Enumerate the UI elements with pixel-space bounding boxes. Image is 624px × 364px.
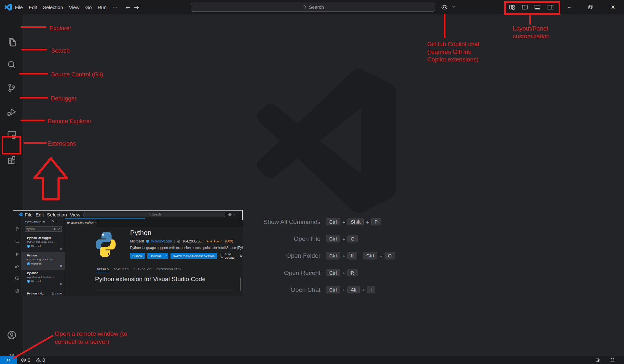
mini-edge-highlight: [242, 211, 243, 220]
search-view-icon[interactable]: [7, 60, 17, 70]
rating-count: (609): [225, 239, 233, 243]
minimize-button[interactable]: –: [562, 0, 577, 14]
mini-source-control-icon: [15, 252, 20, 256]
mini-heading-divider: [95, 291, 233, 291]
menu-more[interactable]: ⋯: [113, 4, 117, 10]
restore-button[interactable]: [583, 0, 598, 14]
annotation-line-layout: [529, 15, 531, 25]
key-shift: Shift: [347, 218, 364, 226]
notifications-bell-icon[interactable]: [610, 357, 615, 363]
switch-prerelease-button: Switch to Pre-Release Version: [170, 253, 217, 259]
mini-extension-item: Python DebuggerPython Debugger exte...✓M…: [21, 235, 65, 252]
mini-nav-tab-changelog: CHANGELOG: [133, 268, 152, 272]
command-center-search[interactable]: Search: [191, 3, 435, 12]
annotation-text-line: connect to a server): [55, 338, 127, 346]
annotation-text-line: Open a remote window (to: [55, 330, 127, 338]
key-o: O: [347, 235, 358, 243]
annotation-label-extensions: Extensions: [47, 140, 76, 147]
mini-scrollbar: [240, 278, 241, 291]
plus-sign: +: [342, 287, 345, 292]
menu-go[interactable]: Go: [85, 5, 92, 10]
rating-stars: ★★★★☆: [206, 239, 223, 243]
mini-extension-publisher: ✓Microsoft: [27, 245, 65, 248]
annotation-label-copilot: GitHub Copilot chat(requires GitHubCopil…: [427, 40, 479, 63]
forward-button[interactable]: →: [134, 0, 139, 14]
mini-search-icon: [148, 213, 151, 216]
menu-file[interactable]: File: [15, 5, 23, 10]
back-button[interactable]: ←: [126, 0, 130, 14]
activity-bar: 1: [0, 14, 23, 356]
problems-status[interactable]: 0 0: [21, 356, 45, 364]
run-debug-icon[interactable]: [7, 107, 17, 117]
embedded-extensions-screenshot: FileEditSelectionViewGoRun⋯ ← → Search E…: [13, 210, 243, 296]
mini-run-debug-icon: [15, 264, 20, 268]
plus-sign: +: [362, 287, 365, 292]
mini-extension-downloads: 13.6M: [51, 292, 62, 295]
verified-badge-icon: ✓: [27, 280, 30, 283]
verified-badge-icon: ✓: [27, 245, 30, 248]
warning-count: 0: [42, 357, 45, 363]
shortcut-keys: Ctrl+Alt+I: [326, 286, 375, 294]
publisher-name: Microsoft: [31, 262, 41, 265]
plus-sign: +: [342, 236, 345, 242]
publisher-name: Microsoft: [31, 245, 41, 248]
key-o: O: [385, 252, 395, 260]
mini-sidebar-title: EXTENSIONS: M...: [25, 221, 47, 224]
mini-menu-view: View: [70, 212, 80, 217]
annotation-line-debugger: [20, 97, 48, 98]
source-control-icon[interactable]: [7, 83, 17, 93]
mini-extension-item-partial: Python Ind...13.6M: [21, 287, 65, 296]
mini-more-icon: ⋯: [57, 220, 60, 223]
error-count: 0: [28, 357, 30, 363]
plus-sign: +: [342, 253, 345, 259]
mini-extension-name: Pylance: [27, 271, 65, 275]
close-button[interactable]: ✕: [605, 0, 620, 14]
mini-extensions-icon: [15, 288, 20, 293]
mini-extension-name: Python Ind...: [27, 292, 45, 295]
status-bar: 0 0: [0, 356, 624, 364]
menu-view[interactable]: View: [69, 5, 79, 10]
mini-nav-tab-details: DETAILS: [97, 268, 109, 272]
verified-badge-icon: ✓: [27, 262, 30, 265]
extensions-icon[interactable]: [7, 155, 17, 164]
explorer-icon[interactable]: [7, 37, 17, 47]
key-ctrl: Ctrl: [326, 286, 340, 294]
copilot-icon[interactable]: [441, 4, 448, 11]
mini-extensions-search-value: Python: [26, 228, 35, 231]
mini-refresh-icon: ↻: [51, 220, 54, 223]
key-ctrl: Ctrl: [326, 218, 340, 226]
vscode-window: FileEditSelectionViewGoRun⋯ ← → Search –…: [0, 0, 624, 364]
key-r: R: [347, 269, 358, 277]
annotation-text-line: (requires GitHub: [427, 48, 479, 56]
menu-run[interactable]: Run: [98, 5, 107, 10]
menu-edit[interactable]: Edit: [29, 5, 37, 10]
mini-extension-name: Python Debugger: [27, 236, 65, 240]
mini-publisher: Microsoft: [130, 239, 144, 243]
shortcut-keys: Ctrl+KCtrl+O: [326, 252, 395, 260]
annotation-label-remote-window: Open a remote window (toconnect to a ser…: [55, 330, 127, 346]
mini-nav-tab-features: FEATURES: [114, 268, 129, 272]
account-icon[interactable]: [7, 330, 17, 340]
menu-selection[interactable]: Selection: [43, 5, 63, 10]
plus-sign: +: [342, 219, 345, 225]
remote-icon: [6, 358, 11, 363]
mini-tab-extensions-icon: [67, 221, 70, 224]
mini-explorer-icon: [15, 227, 20, 231]
chevron-down-icon[interactable]: [452, 5, 456, 9]
mini-extension-title: Python: [130, 229, 151, 237]
annotation-text-line: GitHub Copilot chat: [427, 40, 479, 48]
annotation-text-line: Layout/Panel: [513, 25, 549, 32]
mini-extension-desc: Python language supp...: [27, 258, 65, 261]
mini-extension-detail: Python Microsoft ✓ microsoft.com | 164,2…: [65, 227, 243, 296]
mini-filter-icon: [57, 228, 60, 230]
shortcut-keys: Ctrl+R: [326, 269, 358, 277]
mini-install-count: 164,293,750: [183, 239, 201, 243]
statusbar-copilot-icon[interactable]: [595, 357, 601, 363]
annotation-line-remote: [20, 120, 45, 121]
annotation-label-scm: Source Control (Git): [51, 71, 103, 78]
annotation-line-extensions: [23, 142, 47, 144]
verified-badge-icon: ✓: [146, 240, 149, 243]
errors-icon: [21, 357, 26, 363]
downloads-icon: [51, 292, 54, 295]
mini-tab-label: Extension: Python: [71, 221, 94, 224]
